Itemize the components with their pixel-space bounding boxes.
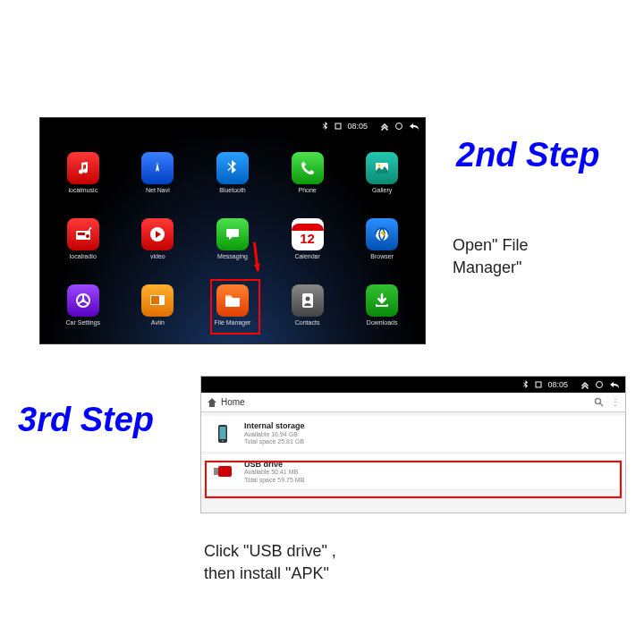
square-status-icon xyxy=(335,123,342,130)
svg-point-6 xyxy=(86,234,89,238)
usb-total: Total space 59.75 MB xyxy=(244,477,304,484)
internal-total: Total space 25.81 GB xyxy=(244,438,305,445)
app-calendar[interactable]: 12 Calendar xyxy=(275,208,340,270)
app-label: Net Navi xyxy=(146,187,170,193)
bluetooth-status-icon xyxy=(322,122,329,131)
file-manager-screen: 08:05 Home ⋮ Internal storage Available … xyxy=(200,376,626,513)
app-downloads[interactable]: Downloads xyxy=(350,274,414,336)
app-label: Car Settings xyxy=(66,319,101,326)
app-filemanager[interactable]: File Manager xyxy=(200,274,265,336)
overflow-menu-icon[interactable]: ⋮ xyxy=(611,397,620,407)
svg-rect-25 xyxy=(218,466,232,477)
app-label: Gallery xyxy=(372,187,392,193)
app-label: Contacts xyxy=(295,319,320,326)
bluetooth-status-icon xyxy=(522,380,530,389)
svg-point-18 xyxy=(597,382,603,388)
phone-storage-icon xyxy=(210,424,235,444)
app-launcher-screen: 08:05 localmusic Net Navi Bluetooth Phon… xyxy=(39,117,426,344)
app-label: Phone xyxy=(298,187,316,193)
app-label: File Manager xyxy=(215,319,251,326)
app-label: localradio xyxy=(70,253,97,259)
internal-title: Internal storage xyxy=(244,421,305,431)
svg-rect-0 xyxy=(335,123,341,129)
usb-avail: Available 50.41 MB xyxy=(244,469,304,476)
app-localmusic[interactable]: localmusic xyxy=(51,141,115,204)
svg-point-23 xyxy=(222,440,224,442)
svg-rect-5 xyxy=(78,233,85,235)
app-localradio[interactable]: localradio xyxy=(51,208,115,270)
step3-desc: Click "USB drive" , then install "APK" xyxy=(204,540,336,585)
fm-breadcrumb-bar: Home ⋮ xyxy=(201,393,625,412)
nav-back-icon[interactable] xyxy=(609,380,620,389)
storage-list: Internal storage Available 16.94 GB Tota… xyxy=(201,412,625,496)
search-icon[interactable] xyxy=(594,397,604,407)
step2-desc: Open" File Manager" xyxy=(453,234,528,279)
storage-internal[interactable]: Internal storage Available 16.94 GB Tota… xyxy=(201,416,625,453)
svg-point-15 xyxy=(305,297,309,301)
svg-point-3 xyxy=(378,165,381,167)
usb-title: USB drive xyxy=(244,460,304,470)
svg-line-7 xyxy=(89,227,91,231)
nav-back-icon[interactable] xyxy=(409,122,419,131)
internal-avail: Available 16.94 GB xyxy=(244,431,305,438)
svg-point-19 xyxy=(596,399,601,404)
home-icon[interactable] xyxy=(207,397,217,408)
app-label: Messaging xyxy=(217,253,248,259)
step2-desc-line1: Open" File xyxy=(453,236,528,254)
breadcrumb-home[interactable]: Home xyxy=(221,397,245,407)
storage-usb[interactable]: USB drive Available 50.41 MB Total space… xyxy=(201,454,625,491)
app-bluetooth[interactable]: Bluetooth xyxy=(200,141,265,204)
app-label: Browser xyxy=(370,253,394,259)
app-netnavi[interactable]: Net Navi xyxy=(126,141,191,204)
app-grid: localmusic Net Navi Bluetooth Phone Gall… xyxy=(40,134,425,343)
app-gallery[interactable]: Gallery xyxy=(350,141,414,204)
svg-point-11 xyxy=(81,299,85,302)
app-label: video xyxy=(150,253,165,259)
app-video[interactable]: video xyxy=(126,208,191,270)
step2-title: 2nd Step xyxy=(456,136,599,174)
status-time: 08:05 xyxy=(347,122,368,131)
square-status-icon xyxy=(535,381,542,388)
app-label: Bluetooth xyxy=(219,187,246,193)
svg-point-1 xyxy=(396,123,402,130)
app-contacts[interactable]: Contacts xyxy=(275,274,340,336)
nav-home-icon[interactable] xyxy=(595,380,604,389)
app-carsettings[interactable]: Car Settings xyxy=(51,274,115,336)
status-time: 08:05 xyxy=(547,380,568,389)
status-bar: 08:05 xyxy=(40,118,425,134)
svg-rect-24 xyxy=(214,468,218,475)
nav-up-icon[interactable] xyxy=(380,122,389,131)
nav-home-icon[interactable] xyxy=(394,122,403,131)
step2-desc-line2: Manager" xyxy=(453,258,521,276)
usb-drive-icon xyxy=(210,462,235,481)
status-bar: 08:05 xyxy=(201,377,625,393)
step3-desc-line2: then install "APK" xyxy=(204,564,329,582)
svg-rect-22 xyxy=(220,427,226,439)
app-label: Aviin xyxy=(151,319,165,326)
app-aviin[interactable]: Aviin xyxy=(126,274,191,336)
svg-rect-13 xyxy=(151,296,159,304)
svg-rect-17 xyxy=(536,382,541,387)
step3-title: 3rd Step xyxy=(18,401,154,439)
app-phone[interactable]: Phone xyxy=(275,141,340,204)
app-label: Downloads xyxy=(367,319,398,326)
svg-line-20 xyxy=(600,403,603,406)
app-label: Calendar xyxy=(294,253,319,259)
app-label: localmusic xyxy=(68,187,97,193)
step3-desc-line1: Click "USB drive" , xyxy=(204,542,336,560)
app-messaging[interactable]: Messaging xyxy=(200,208,265,270)
nav-up-icon[interactable] xyxy=(580,380,589,389)
app-browser[interactable]: Browser xyxy=(350,208,414,270)
calendar-day: 12 xyxy=(300,231,315,246)
